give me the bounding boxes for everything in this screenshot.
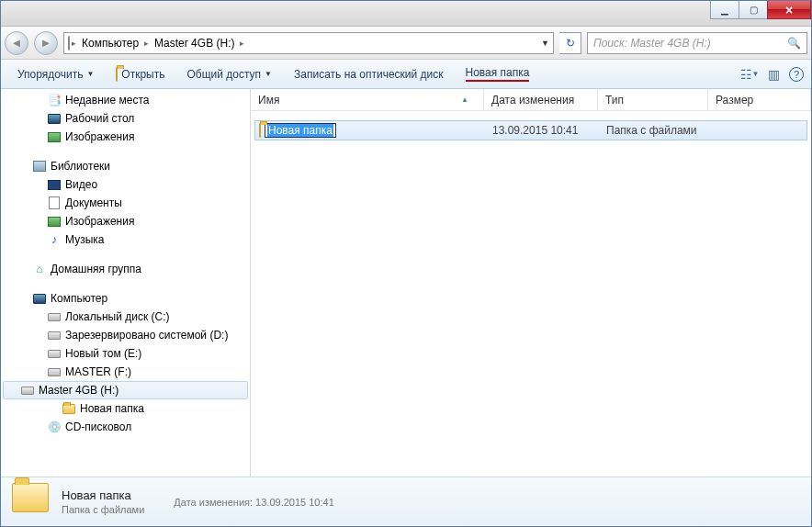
tree-drive-c[interactable]: Локальный диск (C:) [1, 308, 250, 326]
tree-music[interactable]: ♪Музыка [1, 230, 250, 249]
tree-new-folder[interactable]: Новая папка [1, 399, 250, 418]
crumb-computer[interactable]: Компьютер [78, 33, 142, 53]
document-icon [47, 196, 62, 210]
organize-button[interactable]: Упорядочить▼ [8, 64, 103, 84]
col-size[interactable]: Размер [708, 89, 811, 110]
col-name[interactable]: Имя▲ [251, 89, 484, 110]
dropdown-icon: ▼ [265, 70, 272, 78]
minimize-button[interactable]: ▁ [710, 1, 739, 19]
folder-icon [116, 68, 118, 81]
view-options-button[interactable]: ☷ ▼ [741, 66, 758, 83]
tree-documents[interactable]: Документы [1, 194, 250, 212]
drive-icon [68, 37, 70, 50]
computer-icon [32, 291, 47, 306]
tree-drive-f[interactable]: MASTER (F:) [1, 363, 250, 381]
forward-button[interactable]: ► [34, 31, 58, 55]
video-icon [47, 177, 62, 192]
file-list[interactable]: Новая папка 13.09.2015 10:41 Папка с фай… [251, 111, 811, 477]
file-type: Папка с файлами [599, 124, 709, 137]
column-headers: Имя▲ Дата изменения Тип Размер [251, 89, 811, 111]
col-type[interactable]: Тип [598, 89, 708, 110]
tree-pictures-lib[interactable]: Изображения [1, 212, 250, 230]
new-folder-button[interactable]: Новая папка [457, 62, 539, 85]
tree-cd-drive[interactable]: 💿CD-писковол [1, 418, 250, 436]
tree-desktop[interactable]: Рабочий стол [1, 109, 250, 128]
close-button[interactable]: × [767, 1, 811, 19]
explorer-window: ▁ ▢ × ◄ ► ▸ Компьютер ▸ Master 4GB (H:) … [0, 0, 812, 527]
homegroup-icon: ⌂ [32, 262, 47, 276]
tree-homegroup[interactable]: ⌂Домашняя группа [1, 260, 250, 278]
picture-icon [47, 214, 62, 229]
content-area: 📑Недавние места Рабочий стол Изображения… [1, 89, 811, 477]
tree-libraries[interactable]: Библиотеки [1, 157, 250, 175]
navigation-tree[interactable]: 📑Недавние места Рабочий стол Изображения… [1, 89, 251, 477]
file-date: 13.09.2015 10:41 [485, 124, 599, 137]
details-title: Новая папка [62, 488, 144, 502]
preview-pane-button[interactable]: ▥ [765, 66, 782, 83]
tree-computer[interactable]: Компьютер [1, 289, 250, 308]
picture-icon [47, 129, 62, 144]
refresh-button[interactable]: ↻ [559, 32, 581, 54]
cd-icon: 💿 [47, 420, 62, 434]
drive-icon [47, 364, 62, 379]
back-button[interactable]: ◄ [5, 31, 28, 55]
window-controls: ▁ ▢ × [711, 1, 811, 19]
tree-drive-h[interactable]: Master 4GB (H:) [3, 381, 248, 399]
drive-icon [47, 346, 62, 361]
navbar: ◄ ► ▸ Компьютер ▸ Master 4GB (H:) ▸ ▼ ↻ … [1, 27, 811, 60]
tree-videos[interactable]: Видео [1, 175, 250, 194]
help-button[interactable]: ? [789, 67, 804, 82]
tree-drive-e[interactable]: Новый том (E:) [1, 344, 250, 363]
breadcrumb[interactable]: ▸ Компьютер ▸ Master 4GB (H:) ▸ ▼ [63, 32, 554, 54]
dropdown-icon: ▼ [86, 70, 94, 78]
drive-icon [47, 309, 62, 324]
burn-button[interactable]: Записать на оптический диск [285, 64, 453, 84]
tree-recent-places[interactable]: 📑Недавние места [1, 91, 250, 109]
drive-icon [47, 328, 62, 342]
maximize-button[interactable]: ▢ [739, 1, 768, 19]
open-button[interactable]: Открыть [107, 64, 174, 84]
details-subtitle: Папка с файлами [62, 504, 144, 515]
library-icon [32, 159, 47, 174]
drive-icon [20, 383, 35, 398]
tree-pictures[interactable]: Изображения [1, 128, 250, 146]
details-pane: Новая папка Папка с файлами Дата изменен… [1, 477, 811, 526]
details-date: Дата изменения: 13.09.2015 10:41 [174, 497, 333, 508]
sort-up-icon: ▲ [461, 95, 468, 104]
recent-icon: 📑 [47, 93, 62, 107]
rename-input[interactable]: Новая папка [265, 123, 336, 138]
music-icon: ♪ [47, 232, 62, 247]
search-input[interactable]: Поиск: Master 4GB (H:) 🔍 [587, 32, 807, 54]
monitor-icon [47, 111, 62, 126]
titlebar[interactable]: ▁ ▢ × [1, 1, 811, 27]
chevron-right-icon[interactable]: ▸ [144, 39, 149, 48]
chevron-right-icon[interactable]: ▸ [240, 39, 244, 48]
col-date[interactable]: Дата изменения [484, 89, 598, 110]
toolbar: Упорядочить▼ Открыть Общий доступ▼ Запис… [1, 60, 811, 89]
folder-icon [62, 401, 76, 416]
search-placeholder: Поиск: Master 4GB (H:) [593, 37, 711, 50]
chevron-right-icon[interactable]: ▸ [72, 39, 76, 48]
tree-drive-d[interactable]: Зарезервировано системой (D:) [1, 326, 250, 344]
file-view: Имя▲ Дата изменения Тип Размер Новая пап… [251, 89, 811, 477]
crumb-drive[interactable]: Master 4GB (H:) [151, 33, 238, 53]
file-row[interactable]: Новая папка 13.09.2015 10:41 Папка с фай… [254, 120, 807, 140]
search-icon[interactable]: 🔍 [787, 37, 801, 50]
share-button[interactable]: Общий доступ▼ [177, 64, 281, 84]
folder-icon [259, 124, 261, 137]
folder-icon [12, 483, 51, 521]
dropdown-icon[interactable]: ▼ [541, 39, 549, 48]
